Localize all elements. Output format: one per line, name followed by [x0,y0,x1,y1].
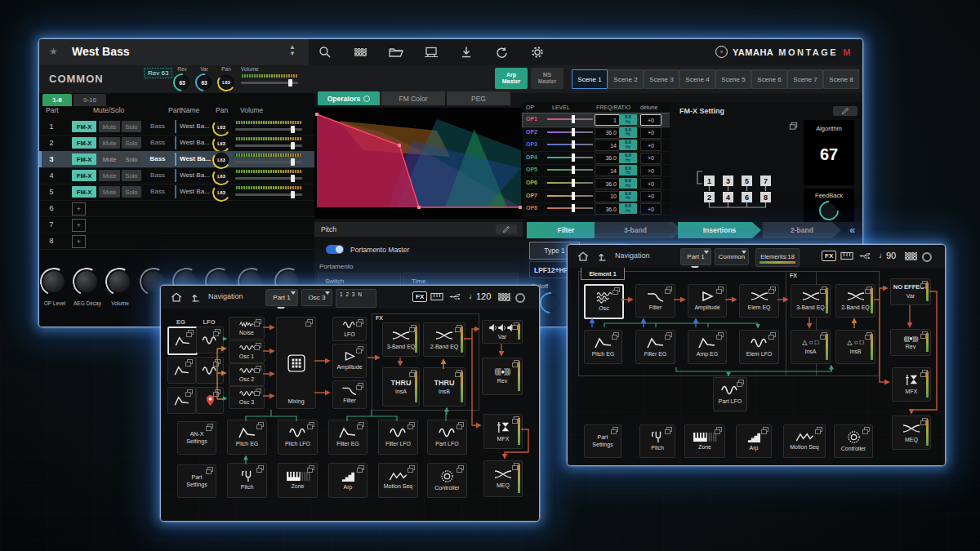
volume-assign-knob[interactable] [109,271,130,292]
op-detune-value[interactable]: +0 [640,165,662,176]
elem-lfo-box[interactable]: Elem LFO [739,330,779,364]
mute-button[interactable]: Mute [99,170,120,181]
op-level-handle[interactable] [572,153,575,162]
copy-icon[interactable] [215,389,220,394]
copy-icon[interactable] [256,389,261,393]
filter-eg-box[interactable]: Filter EG [328,420,368,455]
op-detune-value[interactable]: +0 [640,203,662,215]
copy-icon[interactable] [666,287,672,291]
controller-box[interactable]: Controller [427,463,467,498]
rev-effect-box[interactable]: ((((●))))Rev [890,329,931,356]
librarian-grid-icon[interactable] [354,48,367,56]
copy-icon[interactable] [409,465,415,470]
part-row-4[interactable]: 4 FM-X Mute Solo Bass West Ba... L63 [39,167,314,184]
copy-icon[interactable] [718,332,724,337]
tab-operators[interactable]: Operators [318,91,380,105]
op-hz-badge[interactable]: 0.0Hz [619,178,637,189]
part-tab-9-16[interactable]: 9-16 [74,94,106,106]
noise-box[interactable]: Noise [229,317,265,340]
volume-slider-handle[interactable] [288,79,292,87]
part-lfo-box[interactable]: Part LFO [427,420,467,455]
zone-box[interactable]: Zone [684,424,725,458]
solo-button[interactable]: Solo [122,170,141,181]
pitch-eg-box[interactable]: Pitch EG [227,420,267,455]
tempo-value[interactable]: 90 [886,251,896,260]
op-freq-value[interactable]: 36.0 [595,127,620,139]
op-hz-badge[interactable]: 0.0Hz [619,191,637,202]
meq-box[interactable]: MEQ [892,415,931,450]
scene-8-button[interactable]: Scene 8 [823,69,859,89]
op-detune-value[interactable]: +0 [640,153,662,164]
op-freq-value[interactable]: 36.0 [595,153,620,164]
controller-box[interactable]: Controller [834,424,873,458]
eg-slot-3[interactable] [167,387,196,414]
op-freq-value[interactable]: 14 [595,140,620,151]
solo-button[interactable]: Solo [122,121,141,132]
tab-filter[interactable]: Filter [527,222,605,238]
part-settings-box[interactable]: Part Settings [584,424,621,458]
part-settings-box[interactable]: Part Settings [177,464,216,498]
usb-icon[interactable] [858,252,872,260]
solo-button[interactable]: Solo [122,137,141,149]
copy-icon[interactable] [666,427,672,432]
elements-count-box[interactable]: Elements:18 [755,248,800,267]
op-hz-badge[interactable]: 0.0Hz [619,165,637,176]
keyboard-icon[interactable] [840,251,853,260]
solo-button[interactable]: Solo [122,153,141,165]
copy-icon[interactable] [215,329,220,334]
solo-button[interactable]: Solo [122,186,141,198]
op-row-OP2[interactable]: OP236.00.0Hz+0 [523,127,670,140]
search-icon[interactable] [318,46,332,59]
settings-gear-icon[interactable] [531,46,544,59]
part-volume-handle[interactable] [291,191,295,198]
copy-icon[interactable] [666,332,672,337]
op-hz-badge[interactable]: 0.0Hz [619,140,637,150]
copy-icon[interactable] [817,427,822,432]
3-band-eq-box[interactable]: 3-Band EQ [791,284,831,318]
op-hz-badge[interactable]: 0.0Hz [619,127,637,138]
part-pan-knob[interactable]: L63 [214,120,229,135]
part-pan-knob[interactable]: L63 [214,169,229,184]
pan-knob[interactable]: L63 [219,75,234,90]
copy-icon[interactable] [458,465,464,470]
part-row-2[interactable]: 2 FM-X Mute Solo Bass West Ba... L63 [39,135,314,152]
up-level-icon[interactable] [597,251,608,262]
pitch-eg-box[interactable]: Pitch EG [584,330,622,364]
osc-123n-selector[interactable]: 1 2 3 N [336,289,376,308]
preset-name-box[interactable]: ★ West Bass ▲▼ [39,39,309,65]
zone-box[interactable]: Zone [278,463,318,498]
folder-icon[interactable] [389,47,403,58]
part-name[interactable]: West Ba... [180,122,210,130]
var-knob[interactable]: 63 [197,75,212,90]
copy-icon[interactable] [215,359,220,364]
copy-icon[interactable] [207,424,213,429]
scene-6-button[interactable]: Scene 6 [751,69,787,89]
lfo-slot-2[interactable] [196,357,224,384]
copy-icon[interactable] [614,287,620,292]
power-ring-icon[interactable] [515,293,525,303]
filter-box[interactable]: Filter [332,380,367,409]
lfo-slot-1[interactable] [196,327,224,353]
download-icon[interactable] [460,46,473,59]
device-sync-icon[interactable] [424,47,439,58]
filter-box[interactable]: Filter [635,284,675,318]
mute-button[interactable]: Mute [99,186,120,198]
up-level-icon[interactable] [190,291,202,303]
op-level-slider[interactable] [547,144,593,145]
keyboard-icon[interactable] [430,292,443,301]
pitch-lfo-box[interactable]: Pitch LFO [278,420,318,455]
fmx-edit-button[interactable] [833,106,858,116]
op-row-OP3[interactable]: OP3140.0Hz+0 [523,139,670,152]
op-level-handle[interactable] [572,166,575,174]
home-icon[interactable] [171,291,182,303]
ins-a-box[interactable]: THRUInsA [382,367,420,407]
copy-icon[interactable] [359,465,364,470]
feedback-box[interactable]: FeedBack [804,189,854,222]
op-detune-value[interactable]: +0 [640,114,662,126]
part-row-3-selected[interactable]: 3 FM-X Mute Solo Bass West Ba... L63 [39,151,314,168]
mute-button[interactable]: Mute [99,121,120,132]
copy-icon[interactable] [613,332,619,337]
op-level-handle[interactable] [572,179,575,187]
copy-icon[interactable] [409,422,415,427]
op-level-slider[interactable] [547,207,593,209]
